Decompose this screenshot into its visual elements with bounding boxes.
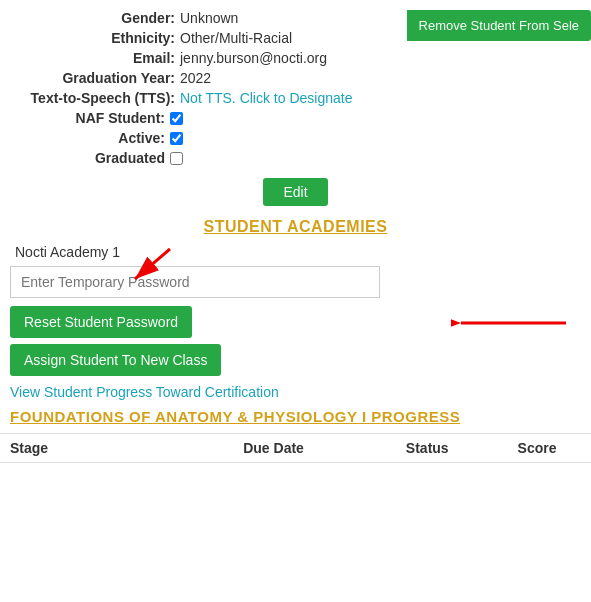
active-label: Active: [10,130,170,146]
column-status: Status [361,440,493,456]
graduated-checkbox[interactable] [170,152,183,165]
reset-password-button[interactable]: Reset Student Password [10,306,192,338]
temporary-password-input[interactable] [10,266,380,298]
naf-label: NAF Student: [10,110,170,126]
foundations-title: FOUNDATIONS OF ANATOMY & PHYSIOLOGY I PR… [0,408,591,425]
graduation-label: Graduation Year: [20,70,180,86]
edit-button[interactable]: Edit [263,178,327,206]
column-due-date: Due Date [186,440,362,456]
arrow-to-reset-button [451,308,571,341]
email-label: Email: [20,50,180,66]
column-score: Score [493,440,581,456]
view-progress-link[interactable]: View Student Progress Toward Certificati… [0,384,591,400]
ethnicity-value: Other/Multi-Racial [180,30,292,46]
gender-label: Gender: [20,10,180,26]
graduated-label: Graduated [10,150,170,166]
assign-class-button[interactable]: Assign Student To New Class [10,344,221,376]
naf-checkbox[interactable] [170,112,183,125]
student-academies-title: STUDENT ACADEMIES [0,218,591,236]
column-stage: Stage [10,440,186,456]
active-checkbox[interactable] [170,132,183,145]
graduation-value: 2022 [180,70,211,86]
progress-table-header: Stage Due Date Status Score [0,433,591,463]
academy-name: Nocti Academy 1 [0,244,591,260]
tts-link[interactable]: Not TTS. Click to Designate [180,90,352,106]
email-value: jenny.burson@nocti.org [180,50,327,66]
ethnicity-label: Ethnicity: [20,30,180,46]
remove-student-button[interactable]: Remove Student From Sele [407,10,591,41]
tts-label: Text-to-Speech (TTS): [20,90,180,106]
gender-value: Unknown [180,10,238,26]
